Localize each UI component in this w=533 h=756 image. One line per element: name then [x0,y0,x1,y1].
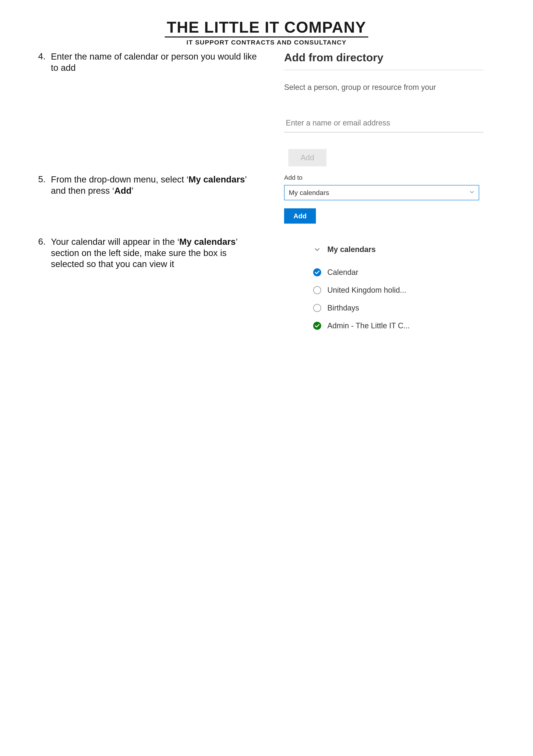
step-6-text-a: Your calendar will appear in the ‘ [51,237,179,247]
add-to-panel: Add to My calendars Add [284,174,479,224]
step-6-text: Your calendar will appear in the ‘My cal… [51,236,259,270]
checkbox-checked-icon[interactable] [312,268,323,276]
add-to-label: Add to [284,174,479,181]
calendar-item-label: Admin - The Little IT C... [327,321,410,330]
panel-divider [284,70,483,70]
calendar-item-birthdays[interactable]: Birthdays [310,299,433,317]
checkbox-unchecked-icon[interactable] [312,304,323,312]
calendar-item-label: Calendar [327,268,358,277]
step-6-bold-a: My calendars [179,237,236,247]
my-calendars-header-row[interactable]: My calendars [310,241,433,258]
step-5-number: 5. [38,174,51,185]
chevron-down-icon [312,246,323,253]
svg-point-1 [313,322,321,330]
add-from-directory-panel: Add from directory Select a person, grou… [284,51,483,166]
add-to-selected: My calendars [289,189,329,197]
calendar-item-label: Birthdays [327,304,359,312]
step-5: 5. From the drop-down menu, select ‘My c… [38,174,259,196]
step-4-number: 4. [38,51,51,62]
step-5-text: From the drop-down menu, select ‘My cale… [51,174,259,196]
step-6-number: 6. [38,236,51,247]
my-calendars-header-label: My calendars [327,245,376,254]
step-5-text-a: From the drop-down menu, select ‘ [51,175,188,184]
calendar-item-label: United Kingdom holid... [327,286,406,295]
calendar-item-admin[interactable]: Admin - The Little IT C... [310,317,433,335]
add-to-add-button[interactable]: Add [284,208,316,224]
step-4-text: Enter the name of calendar or person you… [51,51,259,73]
my-calendars-list: My calendars Calendar United Kingdom hol… [305,236,437,339]
company-subtitle: IT SUPPORT CONTRACTS AND CONSULTANCY [38,39,495,46]
step-5-bold-b: Add [114,186,132,196]
chevron-down-icon [469,189,474,196]
company-title: THE LITTLE IT COMPANY [165,19,369,38]
calendar-item-calendar[interactable]: Calendar [310,263,433,281]
add-button-disabled: Add [288,149,326,166]
calendar-item-uk-holidays[interactable]: United Kingdom holid... [310,281,433,299]
person-search-input[interactable] [284,115,483,132]
add-to-dropdown[interactable]: My calendars [284,185,479,200]
add-from-directory-title: Add from directory [284,51,483,64]
checkbox-unchecked-icon[interactable] [312,286,323,294]
step-6: 6. Your calendar will appear in the ‘My … [38,236,259,270]
step-4: 4. Enter the name of calendar or person … [38,51,259,73]
svg-point-0 [313,268,321,276]
step-5-bold-a: My calendars [188,175,245,184]
add-from-directory-description: Select a person, group or resource from … [284,83,483,92]
checkbox-checked-icon[interactable] [312,322,323,330]
step-5-text-c: ’ [132,186,133,196]
page-header: THE LITTLE IT COMPANY IT SUPPORT CONTRAC… [38,19,495,46]
